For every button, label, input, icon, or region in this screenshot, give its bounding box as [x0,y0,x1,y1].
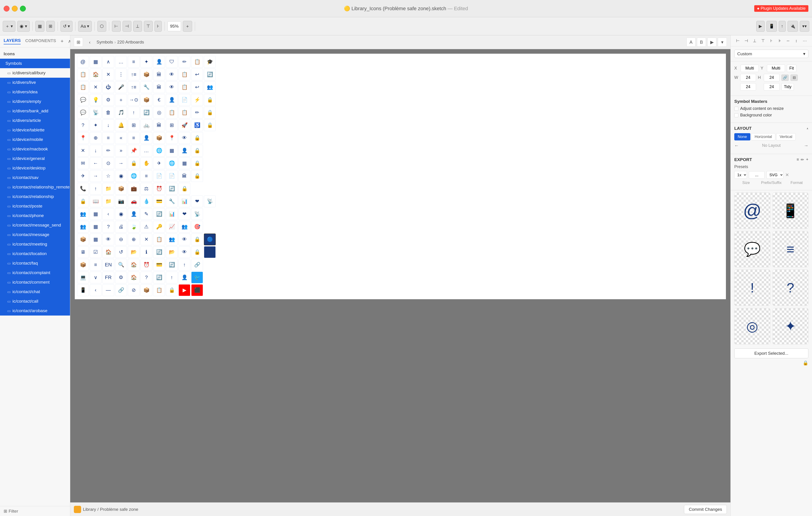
icon-cell[interactable]: 🐦 [191,272,203,283]
icon-cell[interactable]: ↑ [90,183,102,194]
minimize-button[interactable] [12,6,18,11]
icon-cell[interactable]: ▦ [90,221,102,233]
w-input-2[interactable] [740,83,756,91]
layer-item[interactable]: ▭ ic/contact/phone [0,211,70,220]
icon-cell[interactable]: 🔒 [128,157,140,169]
icon-cell[interactable]: 🏛 [153,81,165,93]
icon-cell[interactable]: ✏ [191,107,203,118]
canvas-view-btn-2[interactable]: B [697,38,706,47]
icon-cell[interactable]: 🎓 [204,56,216,68]
icon-cell[interactable]: 📋 [191,56,203,68]
icon-cell[interactable]: 🌐 [128,170,140,182]
icon-cell[interactable]: ↑≡ [128,69,140,81]
icon-cell[interactable]: 📌 [128,145,140,156]
icon-cell[interactable]: 📋 [178,107,190,118]
format-select[interactable]: SVG PNG PDF [766,171,783,179]
layer-item[interactable]: ▭ ic/contact/location [0,249,70,259]
layers-tab[interactable]: LAYERS [4,38,21,44]
icon-cell[interactable]: ⋮ [115,69,127,81]
plugin-badge[interactable]: ● Plugin Updates Available [754,5,808,12]
icon-cell[interactable]: ↑≡ [128,81,140,93]
icon-cell[interactable]: 👤 [153,56,165,68]
icon-cell[interactable]: 🚀 [178,119,190,131]
breadcrumb-artboards[interactable]: 220 Artboards [117,40,144,44]
icon-cell[interactable]: … [115,56,127,68]
icon-cell[interactable]: 💡 [90,94,102,106]
icon-cell[interactable]: 📋 [153,284,165,296]
icon-cell[interactable]: ≡ [103,132,114,144]
icon-cell[interactable]: 🔄 [141,107,152,118]
align-left-button[interactable]: ⊢ [112,21,121,32]
icon-cell[interactable]: ? [103,221,114,233]
layer-item[interactable]: ▭ ic/device/macbook [0,144,70,154]
layer-item[interactable]: ▭ ic/device/general [0,154,70,163]
icon-cell[interactable]: 📄 [178,94,190,106]
icon-cell[interactable]: ✈ [153,157,165,169]
filter-area[interactable]: ⊞ Filter [0,506,70,516]
icon-cell[interactable]: ↑ [178,259,190,271]
lock-ratio-button[interactable]: 🔗 [781,74,789,81]
icon-cell[interactable]: 🔒 [191,170,203,182]
icon-cell[interactable]: 🖨 [115,221,127,233]
icon-cell[interactable]: 📋 [153,234,165,245]
icon-cell[interactable]: ∧ [103,56,114,68]
icon-cell[interactable]: 👥 [77,208,89,220]
icon-cell[interactable]: 📂 [166,246,178,258]
w-input[interactable] [740,74,756,81]
more-align-button[interactable]: ⋯ [801,37,808,44]
icon-cell[interactable]: ✉ [77,157,89,169]
icon-cell[interactable]: 🔄 [166,259,178,271]
icon-cell[interactable]: 🛡 [166,56,178,68]
icon-cell[interactable]: ↓ [103,119,114,131]
icon-cell[interactable]: 🏠 [128,272,140,283]
icon-cell[interactable]: ◎ [153,107,165,118]
icon-cell[interactable]: ☆ [103,170,114,182]
layer-item[interactable]: ▭ ic/contact/complaint [0,268,70,277]
icon-cell[interactable]: ≡ [128,132,140,144]
icon-cell[interactable]: 🏛 [153,119,165,131]
add-tool-button[interactable]: ＋ ▾ [3,21,16,32]
icon-cell[interactable]: ↑ [128,107,140,118]
icon-cell[interactable]: ↓ [90,145,102,156]
icon-cell[interactable]: 🗑 [103,107,114,118]
icon-cell[interactable]: 📡 [191,208,203,220]
icon-cell[interactable]: ❤ [178,208,190,220]
icon-cell[interactable]: ? [141,272,152,283]
layer-item[interactable]: ▭ ic/contact/relationship_remote [0,182,70,192]
icon-cell[interactable]: 🔄 [153,272,165,283]
icon-cell[interactable]: ✕ [103,69,114,81]
icon-cell[interactable]: 💳 [153,195,165,207]
icon-cell[interactable]: 💬 [77,94,89,106]
h-input-2[interactable] [764,83,780,91]
plugins-button[interactable]: 🔌 [787,21,798,32]
icon-cell[interactable]: 👤 [178,272,190,283]
icon-cell[interactable]: 🌐 [166,157,178,169]
icon-cell[interactable]: 🔧 [166,195,178,207]
scale-select[interactable]: 1x 2x 3x [734,171,747,179]
icon-cell[interactable]: ↩ [191,69,203,81]
icon-cell[interactable]: 📦 [77,234,89,245]
icon-cell[interactable]: 📋 [178,81,190,93]
icon-cell[interactable]: ⏰ [153,183,165,194]
icon-cell[interactable]: 🖥 [77,246,89,258]
layout-vertical-button[interactable]: Vertical [776,133,796,141]
y-input[interactable] [767,65,785,72]
icon-cell[interactable]: 🏛 [178,170,190,182]
icon-cell[interactable]: 📡 [90,107,102,118]
icon-cell[interactable]: 🎤 [115,81,127,93]
h-input[interactable] [764,74,780,81]
icon-cell[interactable]: ↑ [166,272,178,283]
icon-cell[interactable]: 👥 [204,81,216,93]
icon-cell[interactable]: 🔒 [204,94,216,106]
prefix-input[interactable] [749,171,765,179]
icon-cell[interactable]: ⊙ [103,157,114,169]
icon-cell[interactable]: 🍃 [128,221,140,233]
symbols-section-header[interactable]: Symbols [0,59,70,68]
icon-cell[interactable]: ∨ [90,272,102,283]
background-color-checkbox[interactable] [734,113,738,117]
distribute-h-button[interactable]: ⊤ [144,21,153,32]
icon-cell[interactable]: 🔒 [191,157,203,169]
icon-cell[interactable]: 🔍 [115,259,127,271]
layer-item[interactable]: ▭ ic/device/tablette [0,125,70,135]
icon-cell[interactable]: « [115,132,127,144]
